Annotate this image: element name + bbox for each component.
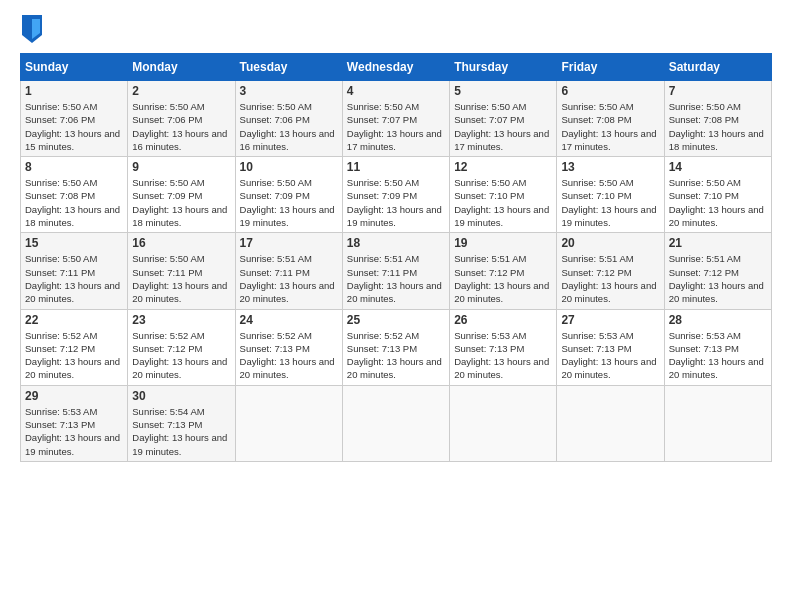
col-wednesday: Wednesday bbox=[342, 54, 449, 81]
day-number: 20 bbox=[561, 236, 659, 250]
calendar-week-row: 8 Sunrise: 5:50 AM Sunset: 7:08 PM Dayli… bbox=[21, 157, 772, 233]
day-info: Sunrise: 5:50 AM Sunset: 7:10 PM Dayligh… bbox=[669, 177, 764, 228]
table-row: 5 Sunrise: 5:50 AM Sunset: 7:07 PM Dayli… bbox=[450, 81, 557, 157]
day-info: Sunrise: 5:50 AM Sunset: 7:07 PM Dayligh… bbox=[347, 101, 442, 152]
day-number: 9 bbox=[132, 160, 230, 174]
table-row: 24 Sunrise: 5:52 AM Sunset: 7:13 PM Dayl… bbox=[235, 309, 342, 385]
day-info: Sunrise: 5:54 AM Sunset: 7:13 PM Dayligh… bbox=[132, 406, 227, 457]
day-info: Sunrise: 5:53 AM Sunset: 7:13 PM Dayligh… bbox=[454, 330, 549, 381]
day-number: 16 bbox=[132, 236, 230, 250]
day-info: Sunrise: 5:50 AM Sunset: 7:08 PM Dayligh… bbox=[25, 177, 120, 228]
table-row: 13 Sunrise: 5:50 AM Sunset: 7:10 PM Dayl… bbox=[557, 157, 664, 233]
table-row bbox=[235, 385, 342, 461]
table-row: 26 Sunrise: 5:53 AM Sunset: 7:13 PM Dayl… bbox=[450, 309, 557, 385]
table-row: 8 Sunrise: 5:50 AM Sunset: 7:08 PM Dayli… bbox=[21, 157, 128, 233]
table-row: 12 Sunrise: 5:50 AM Sunset: 7:10 PM Dayl… bbox=[450, 157, 557, 233]
day-number: 1 bbox=[25, 84, 123, 98]
day-info: Sunrise: 5:50 AM Sunset: 7:10 PM Dayligh… bbox=[454, 177, 549, 228]
day-number: 22 bbox=[25, 313, 123, 327]
table-row: 11 Sunrise: 5:50 AM Sunset: 7:09 PM Dayl… bbox=[342, 157, 449, 233]
table-row: 16 Sunrise: 5:50 AM Sunset: 7:11 PM Dayl… bbox=[128, 233, 235, 309]
table-row: 29 Sunrise: 5:53 AM Sunset: 7:13 PM Dayl… bbox=[21, 385, 128, 461]
table-row bbox=[664, 385, 771, 461]
table-row: 17 Sunrise: 5:51 AM Sunset: 7:11 PM Dayl… bbox=[235, 233, 342, 309]
table-row: 10 Sunrise: 5:50 AM Sunset: 7:09 PM Dayl… bbox=[235, 157, 342, 233]
day-info: Sunrise: 5:50 AM Sunset: 7:09 PM Dayligh… bbox=[132, 177, 227, 228]
day-info: Sunrise: 5:50 AM Sunset: 7:07 PM Dayligh… bbox=[454, 101, 549, 152]
day-number: 25 bbox=[347, 313, 445, 327]
calendar-week-row: 29 Sunrise: 5:53 AM Sunset: 7:13 PM Dayl… bbox=[21, 385, 772, 461]
day-number: 6 bbox=[561, 84, 659, 98]
day-number: 29 bbox=[25, 389, 123, 403]
table-row: 28 Sunrise: 5:53 AM Sunset: 7:13 PM Dayl… bbox=[664, 309, 771, 385]
day-info: Sunrise: 5:50 AM Sunset: 7:11 PM Dayligh… bbox=[132, 253, 227, 304]
day-number: 28 bbox=[669, 313, 767, 327]
day-number: 17 bbox=[240, 236, 338, 250]
table-row: 3 Sunrise: 5:50 AM Sunset: 7:06 PM Dayli… bbox=[235, 81, 342, 157]
col-thursday: Thursday bbox=[450, 54, 557, 81]
day-info: Sunrise: 5:51 AM Sunset: 7:11 PM Dayligh… bbox=[347, 253, 442, 304]
day-number: 3 bbox=[240, 84, 338, 98]
day-number: 2 bbox=[132, 84, 230, 98]
table-row: 27 Sunrise: 5:53 AM Sunset: 7:13 PM Dayl… bbox=[557, 309, 664, 385]
day-info: Sunrise: 5:51 AM Sunset: 7:11 PM Dayligh… bbox=[240, 253, 335, 304]
col-saturday: Saturday bbox=[664, 54, 771, 81]
day-number: 23 bbox=[132, 313, 230, 327]
table-row bbox=[450, 385, 557, 461]
day-info: Sunrise: 5:52 AM Sunset: 7:12 PM Dayligh… bbox=[25, 330, 120, 381]
table-row: 25 Sunrise: 5:52 AM Sunset: 7:13 PM Dayl… bbox=[342, 309, 449, 385]
table-row: 22 Sunrise: 5:52 AM Sunset: 7:12 PM Dayl… bbox=[21, 309, 128, 385]
table-row: 1 Sunrise: 5:50 AM Sunset: 7:06 PM Dayli… bbox=[21, 81, 128, 157]
day-number: 10 bbox=[240, 160, 338, 174]
table-row: 30 Sunrise: 5:54 AM Sunset: 7:13 PM Dayl… bbox=[128, 385, 235, 461]
day-info: Sunrise: 5:51 AM Sunset: 7:12 PM Dayligh… bbox=[561, 253, 656, 304]
header bbox=[20, 15, 772, 43]
day-info: Sunrise: 5:50 AM Sunset: 7:08 PM Dayligh… bbox=[669, 101, 764, 152]
day-number: 19 bbox=[454, 236, 552, 250]
table-row: 21 Sunrise: 5:51 AM Sunset: 7:12 PM Dayl… bbox=[664, 233, 771, 309]
day-number: 8 bbox=[25, 160, 123, 174]
day-info: Sunrise: 5:50 AM Sunset: 7:06 PM Dayligh… bbox=[132, 101, 227, 152]
table-row: 7 Sunrise: 5:50 AM Sunset: 7:08 PM Dayli… bbox=[664, 81, 771, 157]
table-row: 2 Sunrise: 5:50 AM Sunset: 7:06 PM Dayli… bbox=[128, 81, 235, 157]
day-number: 24 bbox=[240, 313, 338, 327]
day-number: 27 bbox=[561, 313, 659, 327]
day-info: Sunrise: 5:50 AM Sunset: 7:06 PM Dayligh… bbox=[25, 101, 120, 152]
day-info: Sunrise: 5:53 AM Sunset: 7:13 PM Dayligh… bbox=[669, 330, 764, 381]
day-number: 21 bbox=[669, 236, 767, 250]
calendar-week-row: 15 Sunrise: 5:50 AM Sunset: 7:11 PM Dayl… bbox=[21, 233, 772, 309]
day-info: Sunrise: 5:53 AM Sunset: 7:13 PM Dayligh… bbox=[25, 406, 120, 457]
table-row: 18 Sunrise: 5:51 AM Sunset: 7:11 PM Dayl… bbox=[342, 233, 449, 309]
col-sunday: Sunday bbox=[21, 54, 128, 81]
logo bbox=[20, 15, 46, 43]
col-monday: Monday bbox=[128, 54, 235, 81]
day-info: Sunrise: 5:53 AM Sunset: 7:13 PM Dayligh… bbox=[561, 330, 656, 381]
col-tuesday: Tuesday bbox=[235, 54, 342, 81]
calendar-header-row: Sunday Monday Tuesday Wednesday Thursday… bbox=[21, 54, 772, 81]
day-info: Sunrise: 5:50 AM Sunset: 7:08 PM Dayligh… bbox=[561, 101, 656, 152]
day-number: 15 bbox=[25, 236, 123, 250]
day-info: Sunrise: 5:51 AM Sunset: 7:12 PM Dayligh… bbox=[669, 253, 764, 304]
col-friday: Friday bbox=[557, 54, 664, 81]
table-row: 20 Sunrise: 5:51 AM Sunset: 7:12 PM Dayl… bbox=[557, 233, 664, 309]
calendar-week-row: 1 Sunrise: 5:50 AM Sunset: 7:06 PM Dayli… bbox=[21, 81, 772, 157]
day-info: Sunrise: 5:50 AM Sunset: 7:09 PM Dayligh… bbox=[240, 177, 335, 228]
day-number: 4 bbox=[347, 84, 445, 98]
day-number: 5 bbox=[454, 84, 552, 98]
day-info: Sunrise: 5:50 AM Sunset: 7:11 PM Dayligh… bbox=[25, 253, 120, 304]
calendar-table: Sunday Monday Tuesday Wednesday Thursday… bbox=[20, 53, 772, 462]
table-row bbox=[342, 385, 449, 461]
table-row: 23 Sunrise: 5:52 AM Sunset: 7:12 PM Dayl… bbox=[128, 309, 235, 385]
day-info: Sunrise: 5:52 AM Sunset: 7:13 PM Dayligh… bbox=[240, 330, 335, 381]
day-info: Sunrise: 5:51 AM Sunset: 7:12 PM Dayligh… bbox=[454, 253, 549, 304]
day-number: 18 bbox=[347, 236, 445, 250]
calendar-week-row: 22 Sunrise: 5:52 AM Sunset: 7:12 PM Dayl… bbox=[21, 309, 772, 385]
page: Sunday Monday Tuesday Wednesday Thursday… bbox=[0, 0, 792, 612]
day-info: Sunrise: 5:50 AM Sunset: 7:09 PM Dayligh… bbox=[347, 177, 442, 228]
table-row: 6 Sunrise: 5:50 AM Sunset: 7:08 PM Dayli… bbox=[557, 81, 664, 157]
day-info: Sunrise: 5:50 AM Sunset: 7:10 PM Dayligh… bbox=[561, 177, 656, 228]
day-number: 13 bbox=[561, 160, 659, 174]
day-info: Sunrise: 5:52 AM Sunset: 7:13 PM Dayligh… bbox=[347, 330, 442, 381]
day-number: 12 bbox=[454, 160, 552, 174]
day-number: 26 bbox=[454, 313, 552, 327]
